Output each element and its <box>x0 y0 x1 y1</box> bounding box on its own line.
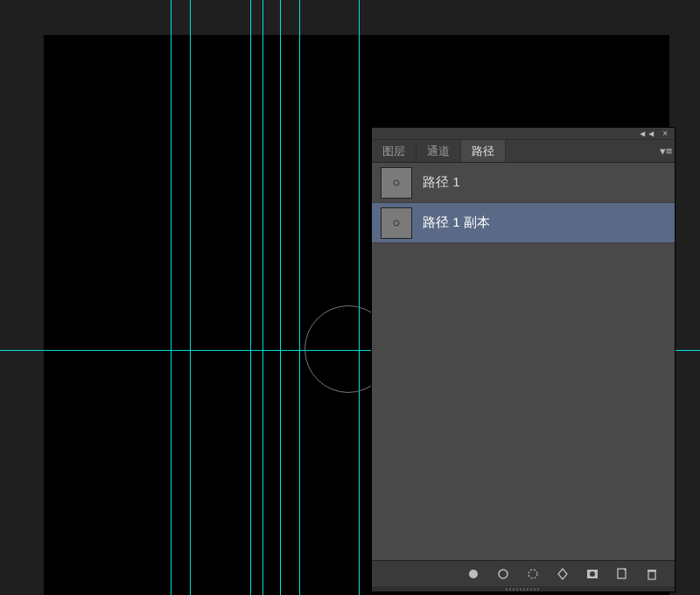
path-item[interactable]: 路径 1 副本 <box>372 203 675 243</box>
tab-channels[interactable]: 通道 <box>416 140 461 162</box>
paths-list[interactable]: 路径 1路径 1 副本 <box>372 163 675 560</box>
delete-path-icon[interactable] <box>645 567 659 581</box>
path-thumbnail[interactable] <box>381 207 412 239</box>
svg-point-1 <box>394 220 399 226</box>
tab-paths[interactable]: 路径 <box>461 140 506 162</box>
tab-layers[interactable]: 图层 <box>372 140 416 162</box>
new-path-icon[interactable] <box>615 567 629 581</box>
svg-rect-9 <box>648 570 656 571</box>
path-item-label: 路径 1 副本 <box>423 214 490 231</box>
make-workpath-icon[interactable] <box>556 567 570 581</box>
svg-rect-8 <box>648 571 655 579</box>
stroke-path-icon[interactable] <box>496 567 510 581</box>
close-panel-icon[interactable]: × <box>662 129 668 138</box>
svg-point-4 <box>528 570 537 578</box>
panel-flyout-menu-icon[interactable]: ▾≡ <box>657 140 675 162</box>
svg-point-0 <box>394 180 399 186</box>
paths-panel: ◄◄ × 图层通道路径▾≡ 路径 1路径 1 副本 <box>372 128 675 592</box>
path-item-label: 路径 1 <box>423 174 460 191</box>
guide-vertical[interactable] <box>250 0 251 595</box>
panel-tabs: 图层通道路径▾≡ <box>372 140 675 163</box>
guide-vertical[interactable] <box>171 0 172 595</box>
mask-icon[interactable] <box>585 567 599 581</box>
viewport: ◄◄ × 图层通道路径▾≡ 路径 1路径 1 副本 <box>0 0 700 595</box>
path-item[interactable]: 路径 1 <box>372 163 675 203</box>
panel-resize-grip[interactable] <box>372 586 675 592</box>
path-thumbnail[interactable] <box>381 167 412 199</box>
panel-footer <box>372 560 675 586</box>
guide-vertical[interactable] <box>262 0 263 595</box>
svg-point-3 <box>499 570 508 578</box>
guide-vertical[interactable] <box>299 0 300 595</box>
panel-header-bar[interactable]: ◄◄ × <box>372 128 675 140</box>
svg-point-2 <box>469 570 478 578</box>
collapse-panel-icon[interactable]: ◄◄ <box>638 129 655 138</box>
load-selection-icon[interactable] <box>526 567 540 581</box>
guide-vertical[interactable] <box>190 0 191 595</box>
guide-vertical[interactable] <box>280 0 281 595</box>
svg-point-6 <box>590 571 595 577</box>
guide-vertical[interactable] <box>359 0 360 595</box>
fill-path-icon[interactable] <box>466 567 480 581</box>
